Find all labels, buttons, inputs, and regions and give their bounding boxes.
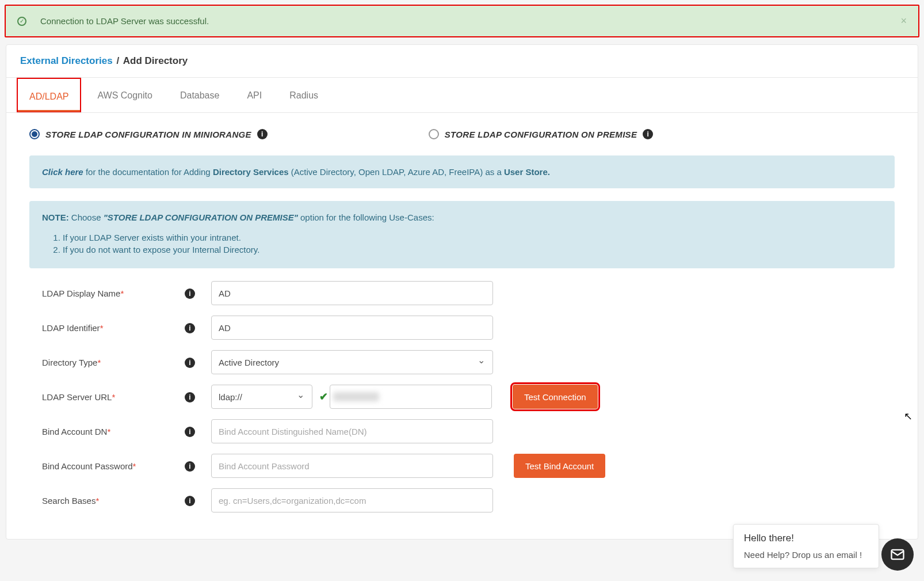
tab-aws-cognito[interactable]: AWS Cognito [86,78,163,112]
tab-radius[interactable]: Radius [278,78,330,112]
row-bind-dn: Bind Account DN* i [29,419,895,443]
chat-popup: Hello there! Need Help? Drop us an email… [733,524,879,546]
redacted-host [333,392,379,401]
tab-database[interactable]: Database [169,78,231,112]
note-item: If your LDAP Server exists within your i… [63,233,882,242]
tab-api[interactable]: API [235,78,273,112]
row-directory-type: Directory Type* i Active Directory [29,350,895,374]
info-icon[interactable]: i [643,129,653,139]
note-label: NOTE: [42,212,69,222]
ldap-display-name-input[interactable] [211,281,493,305]
search-bases-input[interactable] [211,488,493,512]
radio-store-miniorange[interactable]: STORE LDAP CONFIGURATION IN MINIORANGE i [29,129,268,139]
protocol-select[interactable]: ldap:// [211,385,312,409]
row-search-bases: Search Bases* i [29,488,895,512]
info-icon[interactable]: i [185,461,195,472]
chat-line1: Hello there! [744,533,868,544]
check-icon: ✔ [319,390,328,403]
chat-button[interactable] [881,538,914,546]
bind-password-input[interactable] [211,454,493,478]
note-item: If you do not want to expose your Intern… [63,245,882,255]
ldap-identifier-input[interactable] [211,316,493,340]
row-bind-password: Bind Account Password* i Test Bind Accou… [29,454,895,478]
check-circle-icon: ✓ [17,17,26,26]
radio-store-onpremise[interactable]: STORE LDAP CONFIGURATION ON PREMISE i [429,129,653,139]
info-icon[interactable]: i [185,392,195,402]
breadcrumb: External Directories / Add Directory [6,45,918,78]
info-icon[interactable]: i [257,129,268,139]
radio-label: STORE LDAP CONFIGURATION ON PREMISE [445,130,637,139]
alert-message: Connection to LDAP Server was successful… [40,16,209,26]
row-server-url: LDAP Server URL* i ldap:// ✔ Test Connec… [29,385,895,409]
breadcrumb-current: Add Directory [123,55,188,66]
info-icon[interactable]: i [185,427,195,437]
note-banner: NOTE: Choose "STORE LDAP CONFIGURATION O… [29,201,895,268]
click-here-link[interactable]: Click here [42,167,83,177]
row-display-name: LDAP Display Name* i [29,281,895,305]
storage-radio-group: STORE LDAP CONFIGURATION IN MINIORANGE i… [29,129,895,139]
success-alert: ✓ Connection to LDAP Server was successf… [5,5,919,37]
tab-ad-ldap[interactable]: AD/LDAP [17,78,81,112]
test-connection-button[interactable]: Test Connection [513,385,598,409]
radio-icon-checked [29,129,40,139]
cursor-icon: ↖ [904,410,912,423]
breadcrumb-separator: / [116,55,121,66]
tab-content: STORE LDAP CONFIGURATION IN MINIORANGE i… [6,113,918,539]
radio-label: STORE LDAP CONFIGURATION IN MINIORANGE [45,130,251,139]
info-icon[interactable]: i [185,288,195,299]
main-panel: External Directories / Add Directory AD/… [6,44,918,540]
info-icon[interactable]: i [185,358,195,368]
tabs: AD/LDAP AWS Cognito Database API Radius [6,78,918,113]
info-icon[interactable]: i [185,496,195,506]
doc-banner: Click here for the documentation for Add… [29,155,895,188]
close-icon[interactable]: × [900,15,907,27]
info-icon[interactable]: i [185,323,195,333]
row-identifier: LDAP Identifier* i [29,316,895,340]
radio-icon-unchecked [429,129,439,139]
bind-dn-input[interactable] [211,419,493,443]
breadcrumb-link[interactable]: External Directories [20,55,113,66]
directory-type-select[interactable]: Active Directory [211,350,493,374]
test-bind-account-button[interactable]: Test Bind Account [514,454,605,478]
